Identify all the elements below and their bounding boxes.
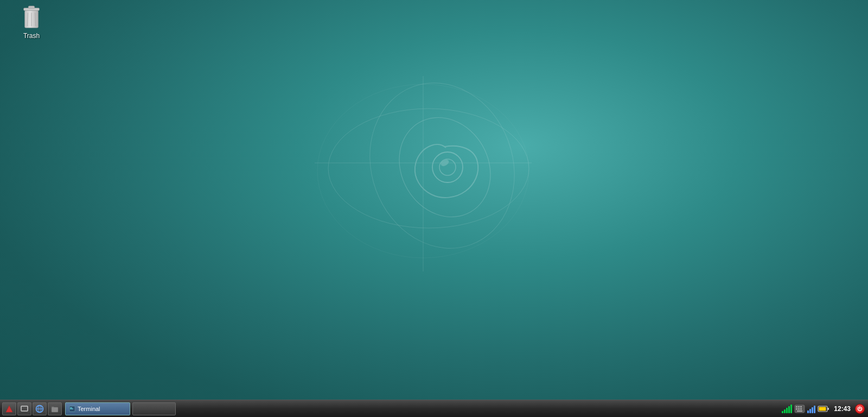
vol-bar-2	[784, 409, 786, 413]
inactive-window-button[interactable]	[132, 402, 176, 415]
svg-rect-29	[800, 406, 802, 408]
svg-point-3	[347, 76, 532, 269]
vol-bar-1	[782, 411, 783, 413]
vol-bar-5	[790, 405, 792, 413]
trash-icon-svg	[20, 4, 43, 30]
network-icon[interactable]	[807, 405, 815, 413]
svg-rect-16	[21, 406, 28, 411]
svg-point-2	[328, 109, 529, 228]
active-window-label: Terminal	[78, 406, 100, 412]
svg-rect-28	[798, 406, 800, 408]
desktop: Trash	[0, 0, 868, 417]
svg-rect-10	[28, 6, 35, 9]
file-manager-button[interactable]	[48, 402, 62, 415]
file-manager-icon	[51, 405, 59, 413]
svg-rect-17	[21, 410, 28, 412]
keyboard-icon-svg	[794, 405, 805, 413]
power-icon	[857, 406, 863, 412]
browser-button[interactable]	[33, 402, 47, 415]
svg-marker-15	[6, 406, 12, 412]
svg-rect-27	[796, 406, 797, 408]
browser-icon	[35, 405, 44, 413]
svg-rect-31	[798, 408, 800, 410]
battery-icon-svg	[818, 405, 829, 413]
taskbar: Terminal	[0, 400, 868, 417]
svg-rect-30	[796, 408, 797, 410]
keyboard-layout-icon[interactable]	[794, 403, 805, 414]
vol-bar-3	[786, 408, 788, 413]
sig-bar-2	[809, 409, 811, 413]
svg-rect-35	[828, 408, 829, 410]
apps-menu-icon	[5, 405, 13, 413]
svg-rect-32	[800, 408, 802, 410]
sig-bar-3	[812, 407, 813, 413]
trash-label: Trash	[23, 32, 40, 40]
power-button[interactable]	[855, 404, 865, 414]
svg-rect-33	[797, 410, 802, 412]
trash-icon[interactable]: Trash	[12, 4, 51, 40]
system-tray: 12:43	[782, 403, 868, 414]
battery-icon[interactable]	[818, 405, 829, 413]
sig-bar-4	[814, 406, 815, 413]
sig-bar-1	[807, 410, 809, 413]
show-desktop-icon	[21, 406, 28, 412]
taskbar-left: Terminal	[0, 402, 176, 415]
active-window-button[interactable]: Terminal	[65, 402, 130, 415]
apps-menu-button[interactable]	[2, 402, 16, 415]
svg-rect-36	[819, 407, 826, 410]
vol-bar-4	[788, 406, 790, 413]
svg-rect-22	[52, 407, 58, 412]
system-clock[interactable]: 12:43	[832, 405, 853, 413]
show-desktop-button[interactable]	[17, 402, 31, 415]
terminal-icon	[69, 406, 75, 412]
debian-logo	[315, 76, 532, 271]
volume-icon[interactable]	[782, 405, 792, 413]
svg-point-5	[432, 152, 463, 182]
